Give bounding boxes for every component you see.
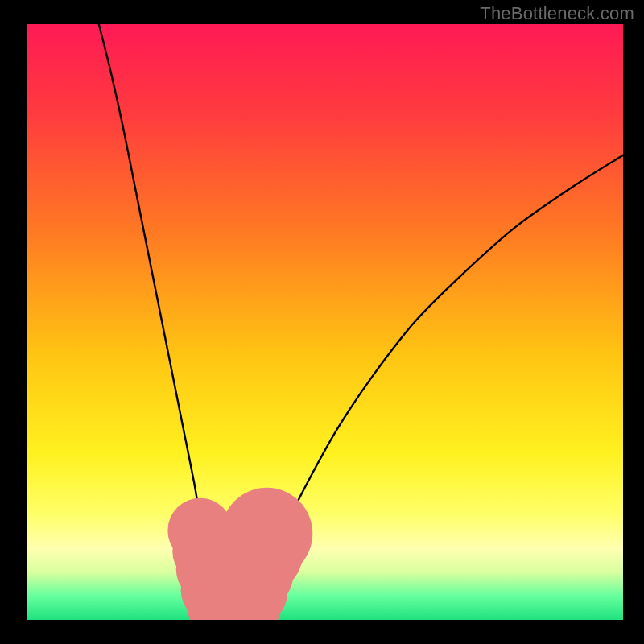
chart-plot-area — [27, 24, 623, 620]
chart-svg — [27, 24, 623, 620]
valley-dot — [221, 488, 313, 580]
watermark-text: TheBottleneck.com — [480, 3, 634, 24]
chart-background — [27, 24, 623, 620]
outer-frame: TheBottleneck.com — [0, 0, 644, 644]
